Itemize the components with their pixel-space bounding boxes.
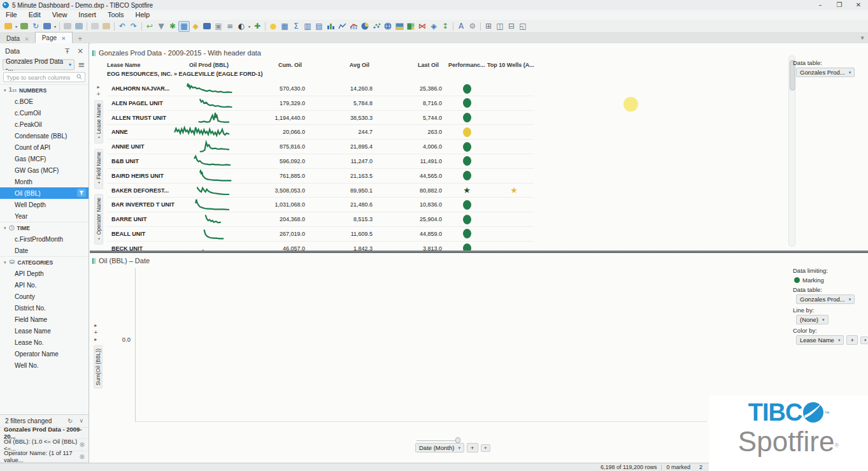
column-header-5[interactable]: Last Oil: [418, 62, 439, 68]
table-row[interactable]: B&B UNIT596,092.011,247.011,491.0: [107, 154, 534, 169]
graphical-table-visualization[interactable]: Gonzales Prod Data - 2009-2015 - With he…: [90, 48, 868, 250]
pie-chart-icon[interactable]: [359, 21, 371, 32]
parallel-coordinates-icon[interactable]: ⋈: [416, 21, 428, 32]
menu-view[interactable]: View: [46, 10, 73, 20]
tags-icon[interactable]: ✱: [167, 21, 178, 32]
menu-edit[interactable]: Edit: [23, 10, 46, 20]
remove-filter-icon[interactable]: ⊗: [80, 453, 85, 460]
color-by-settings-button[interactable]: ▾: [860, 337, 868, 344]
table-row[interactable]: AHLHORN NAJVAR...570,430.014,260.825,386…: [107, 82, 534, 96]
dropdown-arrow-icon[interactable]: ▾: [247, 24, 252, 29]
filter-change-item[interactable]: Operator Name: (1 of 117 value...⊗: [0, 451, 89, 463]
table-row[interactable]: BECK UNIT46,057.01,842.33,813.0: [107, 242, 534, 250]
column-item-c-boe[interactable]: c.BOE: [0, 96, 89, 107]
y-axis-selector-chip[interactable]: Sum(Oil (BBL)): [94, 345, 103, 389]
summary-table-icon[interactable]: Σ: [290, 21, 302, 32]
axis-add-icon[interactable]: +: [96, 91, 101, 98]
export-icon[interactable]: [73, 21, 85, 32]
section-header-categories[interactable]: ▾CATEGORIES: [0, 256, 89, 268]
map-chart-icon[interactable]: [394, 21, 405, 32]
column-item-field-name[interactable]: Field Name: [0, 314, 89, 325]
scatter-plot-icon[interactable]: [371, 21, 382, 32]
search-columns-input[interactable]: Type to search columns: [3, 72, 85, 82]
row-axis-field-name[interactable]: ▸Field Name: [94, 149, 103, 189]
line-by-dropdown[interactable]: (None) ▾: [796, 315, 829, 324]
y-axis-selector[interactable]: Sum(Oil (BBL)): [94, 345, 103, 389]
add-data-tables-icon[interactable]: [18, 21, 30, 32]
table-row[interactable]: ANNE20,066.0244.7263.0: [107, 125, 534, 140]
row-axis-lease-name[interactable]: ▸Lease Name: [94, 100, 103, 143]
print-icon[interactable]: [62, 21, 73, 32]
column-item-lease-no-[interactable]: Lease No.: [0, 337, 89, 348]
column-item-condensate-bbl-[interactable]: Condensate (BBL): [0, 130, 89, 141]
column-item-well-no-[interactable]: Well No.: [0, 359, 89, 371]
table-vertical-scrollbar[interactable]: [788, 55, 795, 247]
slider-handle[interactable]: [455, 437, 460, 443]
dropdown-arrow-icon[interactable]: ▾: [14, 24, 18, 29]
column-item-gas-mcf-[interactable]: Gas (MCF): [0, 153, 89, 164]
menu-help[interactable]: Help: [130, 10, 156, 20]
minimize-button[interactable]: –: [811, 0, 830, 10]
column-header-1[interactable]: Lease Name: [107, 62, 141, 68]
chevron-down-icon[interactable]: ∨: [79, 417, 83, 424]
column-item-date[interactable]: Date: [0, 245, 89, 256]
tab-data[interactable]: Data×: [0, 33, 35, 43]
table-row[interactable]: ANNIE UNIT875,816.021,895.44,006.0: [107, 140, 534, 154]
column-item-api-no-[interactable]: API No.: [0, 279, 89, 291]
lists-icon[interactable]: ≡: [224, 21, 236, 32]
cross-table-icon[interactable]: ▥: [302, 21, 313, 32]
close-panel-icon[interactable]: ×: [77, 47, 83, 55]
tab-page[interactable]: Page×: [35, 32, 73, 43]
chart-data-table-dropdown[interactable]: Gonzales Prod... ▾: [796, 294, 855, 304]
column-header-4[interactable]: Avg Oil: [350, 62, 369, 68]
column-header-6[interactable]: Performanc...: [448, 62, 485, 68]
x-axis-zoom-slider[interactable]: [416, 437, 459, 443]
close-button[interactable]: ✕: [849, 0, 868, 10]
maximize-visualization-icon[interactable]: ◱: [517, 21, 529, 32]
y-axis-settings-icon[interactable]: ▸: [94, 336, 97, 343]
section-header-time[interactable]: ▾TIME: [0, 222, 89, 233]
color-by-dropdown[interactable]: Lease Name ▾: [796, 335, 844, 345]
x-axis-add-button[interactable]: +: [467, 443, 478, 453]
table-row[interactable]: BAKER DEFOREST...3,508,053.089,950.180,8…: [107, 184, 534, 198]
remove-filter-icon[interactable]: ⊗: [80, 441, 85, 448]
tab-close-icon[interactable]: ×: [24, 36, 29, 42]
row-axis-operator-name[interactable]: ▸Operator Name: [94, 194, 103, 245]
column-item-c-firstprodmonth[interactable]: c.FirstProdMonth: [0, 233, 89, 245]
menu-insert[interactable]: Insert: [73, 10, 102, 20]
tile-vertical-icon[interactable]: ◫: [494, 21, 506, 32]
pin-icon[interactable]: Ŧ: [65, 47, 69, 55]
add-visualization-icon[interactable]: ✚: [252, 21, 263, 32]
table-row[interactable]: BEALL UNIT267,019.011,609.544,859.0: [107, 227, 534, 242]
tab-overflow-button[interactable]: ▼: [861, 36, 864, 41]
column-header-7[interactable]: Top 10 Wells (A...: [487, 62, 534, 68]
table-row[interactable]: ALLEN TRUST UNIT1,194,440.038,530.35,744…: [107, 111, 534, 126]
table-row[interactable]: BARRE UNIT204,368.08,515.325,904.0: [107, 212, 534, 227]
document-properties-icon[interactable]: ⚙: [467, 21, 478, 32]
column-item-lease-name[interactable]: Lease Name: [0, 325, 89, 337]
maximize-button[interactable]: ❐: [830, 0, 849, 10]
save-icon[interactable]: [41, 21, 53, 32]
kpi-chart-icon[interactable]: ↕: [439, 21, 451, 32]
column-item-operator-name[interactable]: Operator Name: [0, 348, 89, 359]
y-axis-expand-icon[interactable]: ▸: [94, 322, 97, 329]
box-plot-icon[interactable]: ◈: [428, 21, 439, 32]
table-row[interactable]: ALEN PAGEL UNIT179,329.05,784.88,716.0: [107, 96, 534, 111]
x-axis-settings-button[interactable]: ▾: [481, 444, 491, 452]
panel-menu-icon[interactable]: ≡: [77, 60, 86, 69]
redo-icon[interactable]: ↷: [128, 21, 139, 32]
column-item-year[interactable]: Year: [0, 210, 89, 222]
column-item-well-depth[interactable]: Well Depth: [0, 199, 89, 210]
text-area-icon[interactable]: A: [455, 21, 467, 32]
column-item-gw-gas-mcf-[interactable]: GW Gas (MCF): [0, 164, 89, 176]
3d-scatter-icon[interactable]: [382, 21, 394, 32]
column-item-oil-bbl-[interactable]: Oil (BBL): [0, 187, 89, 199]
paste-icon[interactable]: [101, 21, 112, 32]
data-panel-icon[interactable]: ▣: [213, 21, 224, 32]
column-item-c-cumoil[interactable]: c.CumOil: [0, 107, 89, 119]
tile-horizontal-icon[interactable]: ⊟: [506, 21, 517, 32]
column-item-month[interactable]: Month: [0, 176, 89, 187]
reload-data-icon[interactable]: ↻: [30, 21, 41, 32]
new-page-button[interactable]: +: [73, 34, 88, 43]
table-data-table-dropdown[interactable]: Gonzales Prod... ▾: [796, 68, 855, 77]
